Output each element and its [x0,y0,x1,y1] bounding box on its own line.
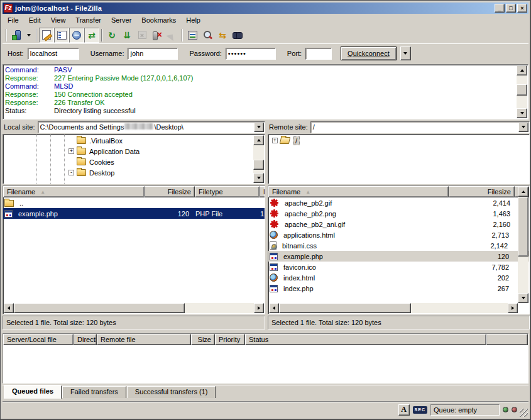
title-bar[interactable]: Fz john@localhost - FileZilla _ □ × [3,3,528,14]
remote-file-row[interactable]: index.php 267 [268,283,529,294]
remote-file-row[interactable]: apache_pb2.gif 2,414 [268,197,529,208]
tree-item-application-data[interactable]: +Application Data [68,146,265,157]
expand-plus-icon[interactable]: + [68,148,74,154]
toggle-message-log-button[interactable] [39,28,54,43]
resize-grip[interactable] [520,409,528,417]
local-site-combobox[interactable]: C:\Documents and Settings\Desktop\ [38,121,265,133]
host-input[interactable] [28,48,79,60]
menu-help[interactable]: Help [181,14,205,26]
process-queue-button[interactable]: ⇊ [119,28,134,43]
column-header-size[interactable]: Size [191,334,215,345]
scroll-right-button[interactable] [508,303,518,313]
status-bar: A SEC Queue: empty [3,401,528,417]
local-tree-scrollbar[interactable] [253,135,264,183]
log-scrollbar[interactable] [517,65,527,118]
menu-view[interactable]: View [46,14,71,26]
scroll-thumb[interactable] [518,197,528,257]
tree-item-desktop[interactable]: -Desktop [68,167,265,178]
port-input[interactable] [305,48,332,60]
remote-file-row[interactable]: index.html 202 [268,272,529,283]
tree-item-virtualbox[interactable]: .VirtualBox [68,135,265,146]
tab-failed-transfers[interactable]: Failed transfers [62,386,126,398]
scroll-thumb[interactable] [279,303,411,313]
remote-file-row[interactable]: apache_pb2.png 1,463 [268,208,529,219]
disconnect-button[interactable] [150,28,165,43]
column-header-filename[interactable]: Filename▲ [268,186,449,197]
local-directory-tree: .VirtualBox +Application Data Cookies -D… [3,134,265,184]
remote-file-row-selected[interactable]: example.php 120 [268,251,529,262]
scroll-down-button[interactable] [518,293,528,303]
message-log: Command:PASV Response:227 Entering Passi… [3,64,528,119]
menu-bookmarks[interactable]: Bookmarks [136,14,181,26]
transfer-type-indicator[interactable]: A [398,404,410,416]
menu-file[interactable]: File [3,14,24,26]
column-header-server-local-file[interactable]: Server/Local file [3,334,74,345]
scroll-thumb[interactable] [14,303,185,313]
column-header-priority[interactable]: Priority [215,334,245,345]
tree-item-root[interactable]: + / [268,135,529,145]
password-input[interactable] [226,48,276,60]
refresh-button[interactable]: ↻ [104,28,119,43]
column-header-filesize[interactable]: Filesize [449,186,515,197]
remote-site-dropdown[interactable] [518,123,528,132]
tab-successful-transfers[interactable]: Successful transfers (1) [127,386,216,398]
encryption-indicator-icon[interactable]: SEC [413,406,427,414]
synchronized-browsing-button[interactable]: ⇆ [215,28,230,43]
php-file-icon [270,253,278,260]
cancel-operation-button[interactable]: × [134,28,150,43]
remote-file-row[interactable]: applications.html 2,713 [268,229,529,240]
local-file-row-selected[interactable]: example.php 120 PHP File 1 [3,208,265,219]
local-file-row-updir[interactable]: .. [3,197,265,208]
reconnect-button[interactable] [165,28,180,43]
scroll-left-button[interactable] [269,303,279,313]
scroll-up-button[interactable] [253,135,264,145]
toggle-transfer-queue-button[interactable]: ⇄ [84,28,99,43]
username-input[interactable] [128,48,178,60]
local-list-hscrollbar[interactable] [4,303,264,313]
sort-asc-icon: ▲ [40,189,45,195]
queue-body[interactable] [3,345,528,383]
toggle-remote-tree-button[interactable] [69,28,84,43]
remote-list-vscrollbar[interactable] [518,187,528,303]
scroll-right-button[interactable] [254,303,264,313]
site-manager-dropdown[interactable] [24,28,34,42]
column-header-direction[interactable]: Directi... [74,334,97,345]
column-header-filename[interactable]: Filename▲ [3,186,145,197]
file-name: index.html [280,274,447,282]
column-header-last-modified[interactable]: L [260,186,265,197]
scroll-down-button[interactable] [253,173,264,183]
menu-server[interactable]: Server [106,14,136,26]
local-site-dropdown[interactable] [254,123,264,132]
scroll-up-button[interactable] [517,65,527,75]
remote-list-hscrollbar[interactable] [269,303,518,313]
scroll-up-button[interactable] [518,187,528,197]
remote-file-row[interactable]: apache_pb2_ani.gif 2,160 [268,219,529,229]
close-button[interactable]: × [517,4,527,13]
menu-transfer[interactable]: Transfer [70,14,106,26]
toggle-local-tree-button[interactable] [54,28,69,43]
scroll-thumb[interactable] [517,84,527,96]
expand-minus-icon[interactable]: - [68,170,74,175]
find-files-button[interactable] [230,28,245,43]
quickconnect-dropdown[interactable] [400,47,411,60]
column-header-status[interactable]: Status [245,334,486,345]
tree-item-cookies[interactable]: Cookies [68,157,265,167]
site-manager-button[interactable] [9,28,24,43]
expand-plus-icon[interactable]: + [272,138,278,143]
remote-file-row[interactable]: bitnami.css 2,142 [268,240,529,251]
menu-edit[interactable]: Edit [24,14,46,26]
tab-queued-files[interactable]: Queued files [4,385,62,399]
column-header-filetype[interactable]: Filetype [195,186,260,197]
column-header-remote-file[interactable]: Remote file [97,334,191,345]
directory-listing-filters-button[interactable] [185,28,200,43]
remote-site-combobox[interactable]: / [310,121,530,133]
maximize-button[interactable]: □ [506,4,516,13]
scroll-left-button[interactable] [4,303,14,313]
quickconnect-button[interactable]: Quickconnect [341,47,397,60]
minimize-button[interactable]: _ [495,4,505,13]
directory-comparison-button[interactable] [200,28,215,43]
scroll-down-button[interactable] [517,108,527,118]
scroll-thumb[interactable] [253,160,264,170]
remote-file-row[interactable]: favicon.ico 7,782 [268,262,529,272]
column-header-filesize[interactable]: Filesize [145,186,195,197]
